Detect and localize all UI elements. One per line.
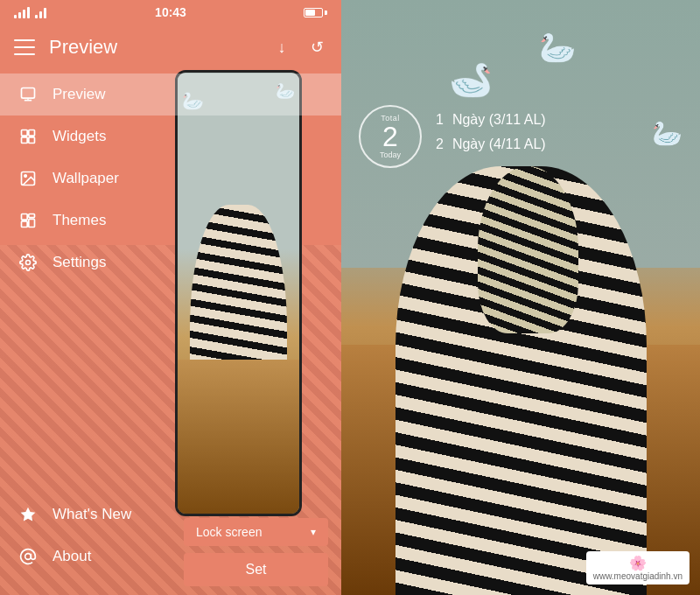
status-left	[14, 6, 46, 18]
nav-item-preview[interactable]: Preview	[0, 74, 341, 116]
calendar-overlay: Total 2 Today 1 Ngày (3/11 AL) 2 Ngày (4…	[359, 105, 546, 168]
dropdown-chevron: ▾	[311, 526, 316, 538]
right-panel: 🦢 🦢 🦢 Total 2 Today 1 Ngày (3/11 AL) 2 N…	[341, 0, 700, 595]
grass-area-phone	[178, 360, 299, 514]
svg-point-15	[25, 554, 32, 560]
star-icon	[18, 504, 38, 525]
svg-rect-11	[22, 221, 28, 228]
menu-button[interactable]	[14, 39, 35, 55]
watermark-icon: 🌸	[629, 555, 647, 571]
svg-rect-0	[22, 88, 35, 99]
header-icons: ↓ ↺	[271, 37, 327, 58]
wallpaper-icon	[18, 168, 38, 189]
right-background: 🦢 🦢 🦢	[341, 0, 700, 595]
event-text-2: Ngày (4/11 AL)	[452, 136, 546, 152]
svg-rect-4	[29, 130, 35, 136]
bird-right-right: 🦢	[539, 30, 576, 65]
svg-point-13	[26, 261, 31, 265]
watermark: 🌸 www.meovatgiadinh.vn	[586, 551, 690, 584]
nav-item-widgets[interactable]: Widgets	[0, 116, 341, 158]
event-list: 1 Ngày (3/11 AL) 2 Ngày (4/11 AL)	[436, 105, 546, 152]
left-panel: 10:43 Preview ↓ ↺	[0, 0, 341, 595]
svg-rect-6	[29, 137, 35, 144]
nav-label-about: About	[52, 548, 91, 565]
nav-label-settings: Settings	[52, 254, 106, 271]
event-item-1: 1 Ngày (3/11 AL)	[436, 112, 546, 128]
app-title: Preview	[49, 36, 271, 59]
themes-icon	[18, 210, 38, 231]
bird-far-right: 🦢	[652, 119, 682, 148]
svg-rect-3	[22, 130, 28, 136]
wifi-icon	[35, 6, 46, 18]
battery-tip	[325, 10, 327, 15]
svg-rect-10	[29, 214, 35, 218]
today-label: Today	[380, 150, 401, 159]
bird-left-right: 🦢	[449, 60, 493, 101]
nav-label-themes: Themes	[52, 212, 106, 229]
status-bar: 10:43	[0, 0, 341, 24]
refresh-button[interactable]: ↺	[306, 37, 327, 58]
nav-item-themes[interactable]: Themes	[0, 200, 341, 242]
battery-body	[304, 8, 323, 18]
settings-icon	[18, 252, 38, 273]
svg-rect-5	[22, 137, 28, 144]
svg-rect-9	[22, 214, 28, 220]
event-item-2: 2 Ngày (4/11 AL)	[436, 136, 546, 152]
svg-rect-1	[24, 100, 32, 102]
status-right	[304, 8, 327, 18]
set-button[interactable]: Set	[184, 553, 328, 586]
bottom-controls: Lock screen ▾ Set	[171, 518, 341, 586]
watermark-text: www.meovatgiadinh.vn	[593, 571, 682, 581]
lock-screen-label: Lock screen	[196, 525, 262, 539]
battery-fill	[305, 10, 315, 16]
at-icon	[18, 546, 38, 567]
event-num-1: 1	[436, 112, 444, 128]
svg-marker-14	[21, 508, 36, 522]
widgets-icon	[18, 126, 38, 147]
lock-screen-dropdown[interactable]: Lock screen ▾	[184, 518, 328, 546]
nav-item-settings[interactable]: Settings	[0, 242, 341, 284]
svg-rect-12	[29, 219, 35, 227]
event-num-2: 2	[436, 136, 444, 152]
total-label: Total	[381, 114, 400, 122]
preview-icon	[18, 84, 38, 105]
app-header: Preview ↓ ↺	[0, 24, 341, 70]
nav-item-wallpaper[interactable]: Wallpaper	[0, 158, 341, 200]
svg-point-8	[24, 175, 26, 178]
event-text-1: Ngày (3/11 AL)	[452, 112, 546, 128]
nav-menu: Preview Widgets W	[0, 70, 341, 287]
total-number: 2	[382, 122, 398, 150]
total-circle: Total 2 Today	[359, 105, 422, 168]
signal-icon	[14, 6, 30, 18]
zebra-head-right	[478, 166, 578, 332]
download-button[interactable]: ↓	[271, 37, 292, 58]
nav-label-preview: Preview	[52, 86, 105, 103]
nav-label-wallpaper: Wallpaper	[52, 170, 119, 187]
status-time: 10:43	[155, 5, 186, 19]
nav-label-widgets: Widgets	[52, 128, 106, 145]
battery-icon	[304, 8, 327, 18]
nav-label-whats-new: What's New	[52, 506, 131, 523]
